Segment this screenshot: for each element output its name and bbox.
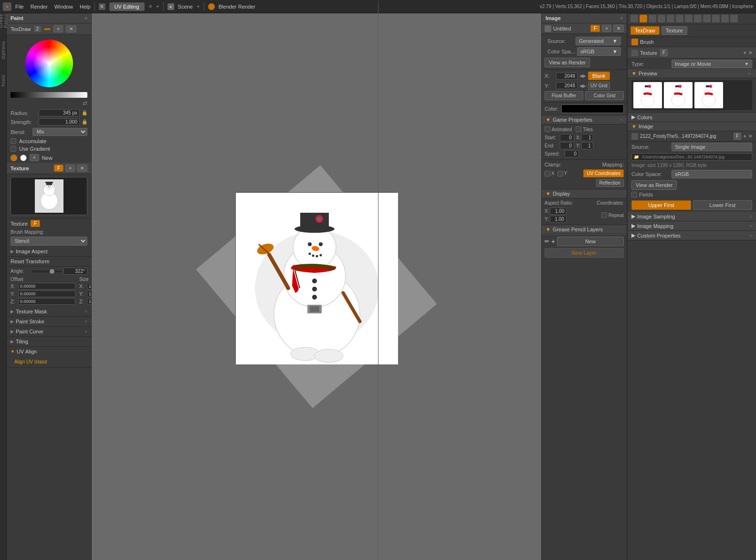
aspect-x-val[interactable]: 1.00 bbox=[550, 207, 567, 215]
toolbar-tools[interactable]: Tools bbox=[0, 75, 6, 86]
gp-add-btn[interactable]: + bbox=[551, 238, 555, 245]
offset-x-input[interactable] bbox=[18, 283, 75, 290]
image-flag-frp[interactable]: F bbox=[734, 133, 741, 140]
uv-coordinates-btn[interactable]: UV Coordinates bbox=[583, 169, 624, 177]
image-section-header[interactable]: ▼ Image bbox=[628, 122, 756, 131]
texdraw-btn[interactable]: TexDraw bbox=[630, 26, 660, 35]
image-add-frp[interactable]: + bbox=[743, 133, 746, 140]
image-aspect-header[interactable]: ▶ Image Aspect bbox=[7, 247, 91, 256]
gp-new-btn[interactable]: New bbox=[557, 237, 624, 246]
fields-checkbox[interactable] bbox=[631, 192, 637, 197]
image-close-btn[interactable]: ✕ bbox=[613, 25, 624, 32]
float-buffer-btn[interactable]: Float Buffer bbox=[545, 91, 583, 100]
reflection-btn[interactable]: Reflection bbox=[596, 179, 624, 187]
uv-align-header[interactable]: ▼ UV Align bbox=[7, 347, 91, 356]
texdraw-add-btn[interactable]: + bbox=[53, 25, 63, 32]
image-name[interactable]: Untitled bbox=[553, 26, 588, 31]
texture-name-flag[interactable]: F bbox=[31, 220, 40, 227]
type-dropdown[interactable]: Image or Movie ▼ bbox=[672, 60, 752, 68]
toolbar-item-1[interactable]: Grease Pencil bbox=[0, 14, 6, 25]
colorspace-dropdown[interactable]: sRGB bbox=[672, 170, 752, 178]
texture-close-btn[interactable]: ✕ bbox=[77, 165, 87, 172]
upper-first-btn[interactable]: Upper First bbox=[631, 200, 691, 210]
paint-stroke-header[interactable]: ▶ Paint Stroke ≡ bbox=[7, 317, 91, 326]
y-value[interactable]: 2048 bbox=[556, 82, 578, 89]
menu-render[interactable]: Render bbox=[31, 4, 48, 10]
render-engine[interactable]: Blender Render bbox=[219, 4, 255, 10]
add-scene[interactable]: + bbox=[197, 3, 200, 10]
preview-thumb-2[interactable] bbox=[664, 82, 693, 108]
frp-icon-11[interactable] bbox=[721, 15, 729, 22]
frp-icon-3[interactable] bbox=[649, 15, 656, 22]
frp-icon-1[interactable] bbox=[630, 15, 638, 22]
texture-flag-frp[interactable]: F bbox=[660, 49, 668, 56]
palette-add-btn[interactable]: + bbox=[30, 154, 39, 161]
game-properties-header[interactable]: ▼ Game Properties ≡ bbox=[542, 115, 627, 124]
size-x-input[interactable] bbox=[87, 283, 92, 290]
aspect-y-val[interactable]: 1.00 bbox=[550, 216, 567, 223]
lower-first-btn[interactable]: Lower First bbox=[693, 200, 753, 210]
frp-icon-10[interactable] bbox=[712, 15, 720, 22]
radius-lock-icon[interactable]: 🔒 bbox=[82, 110, 87, 115]
clamp-x-checkbox[interactable] bbox=[545, 171, 550, 176]
offset-y-input[interactable] bbox=[18, 290, 75, 297]
menu-window[interactable]: Window bbox=[54, 4, 73, 10]
image-flag-btn[interactable]: F bbox=[590, 25, 600, 32]
gp-layers-header[interactable]: ▼ Grease Pencil Layers bbox=[542, 225, 627, 234]
start-val[interactable]: 0 bbox=[560, 134, 574, 141]
menu-help[interactable]: Help bbox=[80, 4, 91, 10]
color-wheel-selector[interactable] bbox=[48, 62, 52, 66]
blender-icon[interactable]: ● bbox=[3, 2, 11, 11]
frp-icon-6[interactable] bbox=[676, 15, 683, 22]
size-z-input[interactable] bbox=[87, 298, 92, 305]
color-wheel[interactable] bbox=[25, 40, 73, 87]
palette-color-2[interactable] bbox=[20, 155, 27, 161]
preview-section-header[interactable]: ▼ Preview bbox=[628, 69, 756, 78]
speed-val[interactable]: 0 bbox=[565, 150, 579, 157]
image-add-btn[interactable]: + bbox=[602, 25, 611, 32]
gp-new-layer-btn[interactable]: New Layer bbox=[545, 248, 624, 258]
frp-icon-5[interactable] bbox=[667, 15, 674, 22]
paint-curve-header[interactable]: ▶ Paint Curve ≡ bbox=[7, 327, 91, 336]
tab-close[interactable]: ✕ bbox=[148, 4, 152, 9]
path-value[interactable]: /Users/craigiones/Des...81.1497284074.jp… bbox=[642, 155, 725, 159]
color-space-dropdown[interactable]: sRGB ▼ bbox=[577, 47, 621, 56]
x-value[interactable]: 2048 bbox=[556, 73, 578, 80]
color-grid-btn[interactable]: Color Grid bbox=[585, 91, 624, 100]
uv-grid-btn[interactable]: UV Grid bbox=[588, 82, 610, 90]
blend-select[interactable]: Mix bbox=[32, 128, 87, 136]
texture-btn[interactable]: Texture bbox=[662, 26, 687, 35]
palette-color-1[interactable] bbox=[10, 155, 17, 161]
toolbar-options[interactable]: Options bbox=[0, 45, 6, 55]
tiling-header[interactable]: ▶ Tiling bbox=[7, 337, 91, 346]
color-swatch[interactable] bbox=[561, 104, 624, 113]
clamp-y-checkbox[interactable] bbox=[557, 171, 563, 176]
use-gradient-checkbox[interactable] bbox=[10, 146, 16, 152]
stencil-select[interactable]: Stencil bbox=[10, 237, 87, 246]
image-mapping-header[interactable]: ▶ Image Mapping ≡ bbox=[628, 221, 756, 231]
texture-flag-btn[interactable]: F bbox=[54, 165, 63, 172]
blank-btn[interactable]: Blank bbox=[588, 72, 610, 80]
custom-props-header[interactable]: ▶ Custom Properties ≡ bbox=[628, 231, 756, 240]
image-sampling-header[interactable]: ▶ Image Sampling ≡ bbox=[628, 212, 756, 221]
texture-add-btn[interactable]: + bbox=[65, 165, 75, 172]
brush-label[interactable]: Brush bbox=[640, 39, 654, 45]
size-y-input[interactable] bbox=[87, 290, 92, 297]
source-dropdown[interactable]: Generated ▼ bbox=[576, 37, 621, 45]
texture-add-frp[interactable]: + bbox=[743, 50, 746, 56]
repeat-checkbox[interactable] bbox=[601, 212, 607, 218]
colors-section-header[interactable]: ▶ Colors bbox=[628, 113, 756, 122]
animated-checkbox[interactable] bbox=[545, 126, 550, 132]
strength-lock-icon[interactable]: 🔒 bbox=[82, 119, 87, 124]
gradient-bar[interactable] bbox=[10, 92, 87, 98]
frp-icon-7[interactable] bbox=[685, 15, 693, 22]
preview-thumb-1[interactable] bbox=[633, 82, 662, 108]
frp-icon-9[interactable] bbox=[703, 15, 711, 22]
preview-thumb-3[interactable] bbox=[694, 82, 723, 108]
gp-pencil-icon[interactable]: ✏ bbox=[545, 238, 549, 245]
source-frp-dropdown[interactable]: Single Image bbox=[672, 143, 752, 151]
angle-value[interactable]: 322° bbox=[63, 268, 87, 275]
end-val[interactable]: 0 bbox=[560, 142, 574, 149]
menu-file[interactable]: File bbox=[15, 4, 24, 10]
texdraw-flag-btn[interactable] bbox=[44, 28, 51, 30]
